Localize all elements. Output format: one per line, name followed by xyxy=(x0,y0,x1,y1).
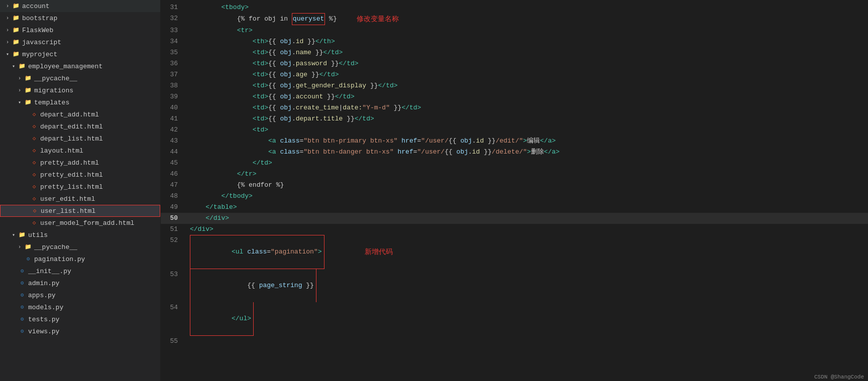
sidebar-item-label: models.py xyxy=(28,304,63,311)
code-line: 55 xyxy=(161,336,868,347)
sidebar-item-pretty-list[interactable]: ◇ pretty_list.html xyxy=(0,181,160,193)
chevron-icon xyxy=(10,232,17,238)
line-number: 44 xyxy=(161,147,186,158)
html-file-icon: ◇ xyxy=(30,159,38,167)
line-content: </tbody> xyxy=(186,191,868,202)
folder-icon: 📁 xyxy=(24,243,32,251)
line-number: 31 xyxy=(161,2,186,13)
folder-icon: 📁 xyxy=(24,74,32,82)
code-line: 51 </div> xyxy=(161,224,868,235)
chevron-icon xyxy=(16,99,23,105)
sidebar-item-label: bootstrap xyxy=(22,15,57,22)
html-file-icon: ◇ xyxy=(30,110,38,118)
line-content: <td>{{ obj.depart.title }}</td> xyxy=(186,113,868,124)
code-line: 36 <td>{{ obj.password }}</td> xyxy=(161,58,868,69)
line-number: 37 xyxy=(161,69,186,80)
line-content: {% for obj in queryset %} 修改变量名称 xyxy=(186,13,868,25)
chevron-icon xyxy=(4,28,11,33)
sidebar-item-bootstrap[interactable]: 📁 bootstrap xyxy=(0,12,160,24)
folder-icon: 📁 xyxy=(18,231,26,239)
sidebar-item-myproject[interactable]: 📁 myproject xyxy=(0,48,160,60)
sidebar-item-label: pretty_add.html xyxy=(40,159,99,167)
line-content: <td>{{ obj.name }}</td> xyxy=(186,47,868,58)
sidebar-item-apps-py[interactable]: ⚙ apps.py xyxy=(0,289,160,301)
sidebar-item-pretty-edit[interactable]: ◇ pretty_edit.html xyxy=(0,169,160,181)
sidebar-item-admin-py[interactable]: ⚙ admin.py xyxy=(0,277,160,289)
line-number: 45 xyxy=(161,158,186,169)
sidebar-item-label: depart_list.html xyxy=(40,135,103,143)
file-explorer: 📁 account 📁 bootstrap 📁 FlaskWeb 📁 javas… xyxy=(0,0,161,381)
sidebar-item-label: user_model_form_add.html xyxy=(40,219,134,227)
sidebar-item-label: javascript xyxy=(22,39,61,46)
code-line: 37 <td>{{ obj.age }}</td> xyxy=(161,69,868,80)
line-content: <td>{{ obj.get_gender_display }}</td> xyxy=(186,80,868,91)
sidebar-item-label: pagination.py xyxy=(34,256,85,263)
sidebar-item-depart-edit[interactable]: ◇ depart_edit.html xyxy=(0,120,160,133)
sidebar-item-label: depart_edit.html xyxy=(40,123,103,131)
line-number: 48 xyxy=(161,191,186,202)
line-number: 54 xyxy=(161,302,186,313)
sidebar-item-flaskweb[interactable]: 📁 FlaskWeb xyxy=(0,24,160,36)
sidebar-item-pretty-add[interactable]: ◇ pretty_add.html xyxy=(0,157,160,169)
line-number: 39 xyxy=(161,91,186,102)
py-file-icon: ⚙ xyxy=(24,255,32,263)
sidebar-item-depart-list[interactable]: ◇ depart_list.html xyxy=(0,133,160,145)
code-content[interactable]: 31 <tbody> 32 {% for obj in queryset %} … xyxy=(161,0,868,381)
sidebar-item-depart-add[interactable]: ◇ depart_add.html xyxy=(0,108,160,120)
line-content: <ul class="pagination"> 新增代码 xyxy=(186,235,868,269)
sidebar-item-label: pretty_edit.html xyxy=(40,171,103,179)
html-file-icon: ◇ xyxy=(30,171,38,179)
line-number: 35 xyxy=(161,47,186,58)
sidebar-item-label: pretty_list.html xyxy=(40,183,103,191)
line-content: <tr> xyxy=(186,25,868,36)
sidebar-item-label: FlaskWeb xyxy=(22,27,53,34)
py-file-icon: ⚙ xyxy=(18,291,26,299)
sidebar-item-layout[interactable]: ◇ layout.html xyxy=(0,145,160,157)
line-number: 34 xyxy=(161,36,186,47)
code-line: 54 </ul> xyxy=(161,302,868,336)
line-content: <a class="btn btn-danger btn-xs" href="/… xyxy=(186,147,868,158)
sidebar-item-label: user_list.html xyxy=(41,207,95,215)
sidebar-item-models-py[interactable]: ⚙ models.py xyxy=(0,301,160,313)
sidebar-item-views-py[interactable]: ⚙ views.py xyxy=(0,325,160,337)
line-number: 46 xyxy=(161,169,186,180)
sidebar-item-user-list[interactable]: ◇ user_list.html xyxy=(0,205,160,217)
sidebar-item-label: migrations xyxy=(34,87,73,94)
sidebar-item-account[interactable]: 📁 account xyxy=(0,0,160,12)
sidebar-item-pycache1[interactable]: 📁 __pycache__ xyxy=(0,72,160,84)
code-line: 31 <tbody> xyxy=(161,2,868,13)
sidebar-item-utils[interactable]: 📁 utils xyxy=(0,229,160,241)
sidebar-item-migrations[interactable]: 📁 migrations xyxy=(0,84,160,96)
line-content: </div> xyxy=(186,213,868,224)
line-content: <td>{{ obj.age }}</td> xyxy=(186,69,868,80)
sidebar-item-javascript[interactable]: 📁 javascript xyxy=(0,36,160,48)
line-content: <th>{{ obj.id }}</th> xyxy=(186,36,868,47)
sidebar-item-label: views.py xyxy=(28,328,59,335)
line-content: <td>{{ obj.create_time|date:"Y-m-d" }}</… xyxy=(186,102,868,113)
sidebar-item-pagination-py[interactable]: ⚙ pagination.py xyxy=(0,253,160,265)
folder-icon: 📁 xyxy=(24,98,32,106)
sidebar-item-init-py[interactable]: ⚙ __init__.py xyxy=(0,265,160,277)
line-number: 32 xyxy=(161,13,186,24)
folder-icon: 📁 xyxy=(12,50,20,58)
html-file-icon: ◇ xyxy=(31,207,39,215)
code-line: 49 </table> xyxy=(161,202,868,213)
code-line: 35 <td>{{ obj.name }}</td> xyxy=(161,47,868,58)
chevron-icon xyxy=(4,4,11,9)
line-content: </ul> xyxy=(186,302,868,336)
code-line: 39 <td>{{ obj.account }}</td> xyxy=(161,91,868,102)
code-line: 47 {% endfor %} xyxy=(161,180,868,191)
sidebar-item-user-model-form-add[interactable]: ◇ user_model_form_add.html xyxy=(0,217,160,229)
line-content: <td>{{ obj.account }}</td> xyxy=(186,91,868,102)
sidebar-item-label: account xyxy=(22,3,50,10)
sidebar-item-employee-management[interactable]: 📁 employee_management xyxy=(0,60,160,72)
chevron-icon xyxy=(16,244,23,250)
sidebar-item-user-edit[interactable]: ◇ user_edit.html xyxy=(0,193,160,205)
sidebar-item-tests-py[interactable]: ⚙ tests.py xyxy=(0,313,160,325)
folder-icon: 📁 xyxy=(12,26,20,34)
py-file-icon: ⚙ xyxy=(18,315,26,323)
line-number: 40 xyxy=(161,102,186,113)
sidebar-item-templates[interactable]: 📁 templates xyxy=(0,96,160,108)
sidebar-item-pycache2[interactable]: 📁 __pycache__ xyxy=(0,241,160,253)
html-file-icon: ◇ xyxy=(30,219,38,227)
